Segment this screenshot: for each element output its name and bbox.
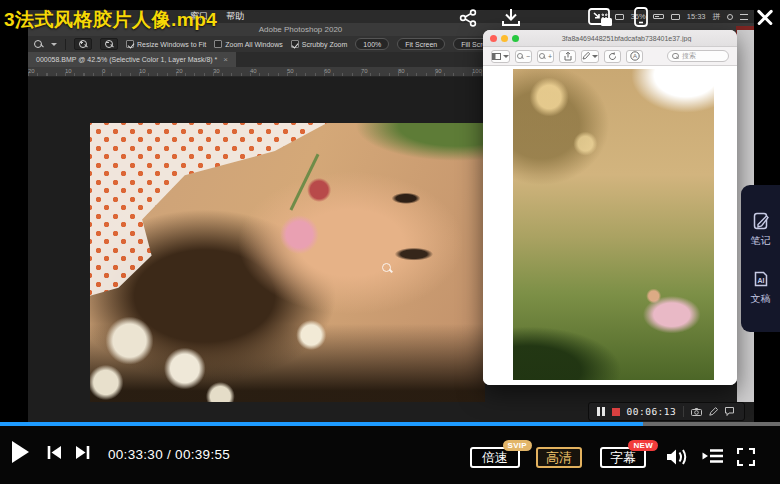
- zoom-all-windows-checkbox[interactable]: Zoom All Windows: [214, 40, 283, 48]
- download-icon[interactable]: [501, 8, 521, 31]
- docs-label: 文稿: [751, 292, 771, 306]
- resize-windows-checkbox[interactable]: Resize Windows to Fit: [126, 40, 206, 48]
- progress-bar[interactable]: [0, 422, 780, 426]
- annotate-a: A: [632, 53, 636, 59]
- divider: [65, 39, 66, 50]
- docs-button[interactable]: AI 文稿: [751, 270, 771, 306]
- minimize-traffic-light[interactable]: [501, 35, 508, 42]
- zoom-in-button[interactable]: [74, 38, 92, 50]
- flower-stem: [290, 153, 319, 210]
- tool-preset-caret-icon[interactable]: [51, 43, 57, 46]
- preview-titlebar[interactable]: 3fa8a469448251bfadcafab738401e37.jpg: [483, 30, 737, 47]
- volume-icon[interactable]: [666, 448, 690, 470]
- fit-screen-button[interactable]: Fit Screen: [397, 38, 445, 50]
- subtitle-button[interactable]: 字幕 NEW: [600, 447, 646, 468]
- zoom-in-button[interactable]: +: [537, 50, 554, 63]
- recording-toolbar: 00:06:13: [588, 402, 745, 421]
- scrubby-zoom-checkbox[interactable]: Scrubby Zoom: [291, 40, 348, 48]
- zoom-100-button[interactable]: 100%: [355, 38, 389, 50]
- pencil-icon[interactable]: [709, 407, 718, 416]
- fullscreen-icon[interactable]: [737, 448, 755, 470]
- notes-label: 笔记: [751, 234, 771, 248]
- zoom-out-button[interactable]: [100, 38, 118, 50]
- notes-button[interactable]: 笔记: [751, 212, 771, 248]
- playlist-icon[interactable]: [702, 448, 724, 468]
- polka-dot-fabric: [90, 123, 327, 324]
- pause-recording-icon[interactable]: [597, 407, 605, 416]
- zoom-all-windows-label: Zoom All Windows: [225, 41, 283, 48]
- markup-button[interactable]: [581, 50, 599, 63]
- svip-badge: SVIP: [503, 440, 532, 451]
- search-input[interactable]: 搜索: [667, 50, 729, 62]
- quality-label: 高清: [546, 449, 572, 467]
- checkbox-unchecked-icon: [214, 40, 222, 48]
- checkbox-checked-icon: [291, 40, 299, 48]
- video-player: 窗口 帮助 36% 15:33 拼 Adobe Photoshop 2020 R…: [0, 0, 780, 484]
- preview-window-title: 3fa8a469448251bfadcafab738401e37.jpg: [523, 35, 730, 42]
- preview-content: [483, 67, 737, 385]
- document-tab[interactable]: 000058.BMP @ 42.5% (Selective Color 1, L…: [28, 52, 236, 67]
- course-side-panel: 笔记 AI 文稿: [741, 185, 780, 332]
- document-tab-label: 000058.BMP @ 42.5% (Selective Color 1, L…: [36, 56, 217, 63]
- player-controls: 00:33:30 / 00:39:55 倍速 SVIP 高清 字幕 NEW: [0, 426, 780, 484]
- subtitle-label: 字幕: [610, 449, 636, 467]
- player-top-icons: [0, 7, 780, 29]
- mini-player-icon[interactable]: [588, 8, 613, 31]
- canvas-photo-portrait[interactable]: [90, 123, 485, 402]
- zoom-cursor-icon: [382, 263, 391, 272]
- tab-close-icon[interactable]: ×: [223, 55, 228, 64]
- share-icon[interactable]: [459, 9, 477, 31]
- zoom-traffic-light[interactable]: [512, 35, 519, 42]
- note-icon: [752, 212, 770, 230]
- quality-button[interactable]: 高清: [536, 447, 582, 468]
- time-display: 00:33:30 / 00:39:55: [108, 447, 230, 462]
- recording-timer: 00:06:13: [627, 406, 677, 417]
- stop-recording-icon[interactable]: [612, 408, 620, 416]
- speed-label: 倍速: [482, 449, 508, 467]
- preview-photo-meadow: [513, 69, 714, 380]
- zoom-tool-icon[interactable]: [34, 40, 43, 49]
- annotate-button[interactable]: A: [626, 50, 643, 63]
- sidebar-view-button[interactable]: [491, 50, 510, 63]
- resize-windows-label: Resize Windows to Fit: [137, 41, 206, 48]
- share-button[interactable]: [559, 50, 576, 63]
- close-traffic-light[interactable]: [490, 35, 497, 42]
- camera-icon[interactable]: [691, 408, 702, 416]
- chat-icon[interactable]: [725, 407, 734, 416]
- rotate-button[interactable]: [604, 50, 621, 63]
- document-ai-icon: AI: [752, 270, 770, 288]
- search-placeholder: 搜索: [682, 51, 696, 61]
- divider: [683, 406, 684, 417]
- previous-video-button[interactable]: [46, 444, 63, 461]
- play-button[interactable]: [12, 441, 29, 463]
- new-badge: NEW: [628, 440, 658, 451]
- checkbox-checked-icon: [126, 40, 134, 48]
- watch-on-phone-icon[interactable]: [634, 7, 648, 31]
- playback-speed-button[interactable]: 倍速 SVIP: [470, 447, 520, 468]
- search-icon: [672, 53, 679, 60]
- close-icon[interactable]: [756, 8, 774, 26]
- svg-text:AI: AI: [757, 276, 764, 283]
- scrubby-zoom-label: Scrubby Zoom: [302, 41, 348, 48]
- progress-played: [0, 422, 643, 426]
- zoom-out-button[interactable]: −: [515, 50, 532, 63]
- preview-window: 3fa8a469448251bfadcafab738401e37.jpg − +…: [483, 30, 737, 385]
- preview-toolbar: − + A 搜索: [483, 47, 737, 66]
- next-video-button[interactable]: [74, 444, 91, 461]
